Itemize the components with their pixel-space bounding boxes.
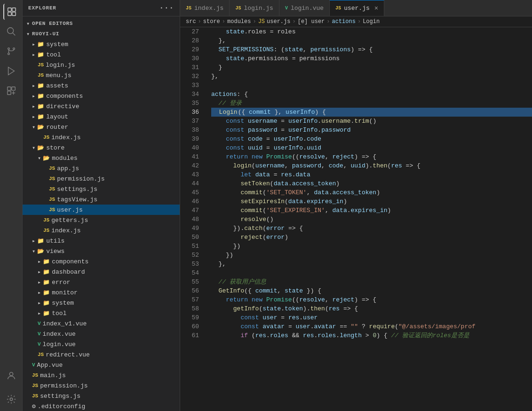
sidebar-item-getters-js[interactable]: JS getters.js (23, 215, 180, 225)
sidebar-item-index-v1-vue[interactable]: V index_v1.vue (23, 318, 180, 329)
code-line-58: getInfo(state.token).then(res => { (211, 304, 532, 313)
sidebar-item-main-js[interactable]: JS main.js (23, 370, 180, 380)
activity-bar (0, 0, 23, 411)
sidebar-item-tagsview-js[interactable]: JS tagsView.js (23, 194, 180, 205)
sidebar-item-login-vue[interactable]: V login.vue (23, 339, 180, 349)
breadcrumb-src[interactable]: src (186, 18, 196, 25)
tab-js-icon: JS (335, 6, 341, 11)
svg-rect-0 (8, 8, 11, 11)
breadcrumb-e-user[interactable]: [e] user (298, 18, 325, 25)
js-icon: JS (32, 393, 38, 399)
svg-rect-2 (8, 12, 11, 16)
code-line-41: return new Promise((resolve, reject) => … (211, 152, 532, 161)
svg-rect-12 (7, 91, 10, 95)
sidebar-item-system[interactable]: 📁 system (23, 39, 180, 49)
settings-icon[interactable] (3, 391, 19, 407)
sidebar-item-router[interactable]: 📂 router (23, 122, 180, 132)
sidebar-item-dashboard[interactable]: 📁 dashboard (23, 267, 180, 277)
sidebar-item-router-index[interactable]: JS index.js (23, 132, 180, 142)
search-icon[interactable] (3, 24, 19, 40)
js-icon: JS (32, 383, 38, 388)
tool-arrow (32, 51, 35, 58)
folder-open-icon: 📂 (43, 155, 50, 162)
folder-icon: 📁 (37, 41, 44, 48)
error-arrow (38, 279, 41, 286)
svg-rect-1 (12, 8, 15, 11)
code-line-27: state.roles = roles (211, 27, 532, 36)
code-line-61: if (res.roles && res.roles.length > 0) {… (211, 331, 532, 340)
sidebar-tree: OPEN EDITORS RUOYI-UI 📁 system 📁 tool (23, 16, 180, 411)
sidebar-item-views-tool[interactable]: 📁 tool (23, 308, 180, 318)
tab-bar: JS index.js JS login.js V login.vue JS u… (180, 0, 532, 16)
svg-point-4 (7, 28, 13, 34)
account-icon[interactable] (3, 368, 19, 384)
tab-user-js[interactable]: JS user.js × (330, 0, 384, 16)
sidebar-item-index-vue[interactable]: V index.vue (23, 329, 180, 339)
assets-arrow (32, 82, 35, 89)
code-line-44: setToken(data.access_token) (211, 179, 532, 188)
js-icon: JS (32, 372, 38, 378)
sidebar-item-permission-js[interactable]: JS permission.js (23, 174, 180, 184)
sidebar-item-error[interactable]: 📁 error (23, 277, 180, 287)
breadcrumb-actions[interactable]: actions (332, 18, 356, 25)
folder-icon: 📁 (37, 103, 44, 110)
sidebar-item-components[interactable]: 📁 components (23, 91, 180, 101)
sidebar-item-settings-js[interactable]: JS settings.js (23, 184, 180, 194)
breadcrumb-store[interactable]: store (203, 18, 220, 25)
sidebar-item-directive[interactable]: 📁 directive (23, 101, 180, 111)
sidebar-item-tool[interactable]: 📁 tool (23, 49, 180, 60)
tab-close-button[interactable]: × (374, 5, 378, 12)
sidebar-item-login-js[interactable]: JS login.js (23, 60, 180, 70)
svg-rect-3 (12, 12, 15, 16)
code-line-47: commit('SET_EXPIRES_IN', data.expires_in… (211, 206, 532, 215)
sidebar-item-views-components[interactable]: 📁 components (23, 256, 180, 267)
sidebar-item-modules[interactable]: 📂 modules (23, 153, 180, 163)
source-control-icon[interactable] (3, 43, 19, 59)
code-line-46: setExpiresIn(data.expires_in) (211, 197, 532, 206)
sidebar-item-root-settings-js[interactable]: JS settings.js (23, 391, 180, 401)
sidebar-item-app-js[interactable]: JS app.js (23, 163, 180, 174)
explorer-icon[interactable] (3, 4, 19, 20)
explorer-label: EXPLORER (28, 5, 56, 11)
run-debug-icon[interactable] (3, 63, 19, 79)
sidebar-item-layout[interactable]: 📁 layout (23, 111, 180, 122)
sidebar-item-root-permission-js[interactable]: JS permission.js (23, 380, 180, 391)
sidebar-item-redirect-vue[interactable]: JS redirect.vue (23, 349, 180, 360)
extensions-icon[interactable] (3, 83, 19, 99)
sidebar-menu-button[interactable]: ··· (159, 4, 174, 12)
sidebar-item-views[interactable]: 📂 views (23, 246, 180, 256)
sidebar-item-app-vue[interactable]: V App.vue (23, 360, 180, 370)
code-line-49: }).catch(error => { (211, 224, 532, 233)
tab-index-js[interactable]: JS index.js (180, 0, 230, 16)
breadcrumb-user-js[interactable]: user.js (267, 18, 290, 25)
code-line-55: // 获取用户信息 (211, 277, 532, 286)
breadcrumb-login-fn[interactable]: Login (363, 18, 380, 25)
sidebar-item-utils[interactable]: 📁 utils (23, 236, 180, 246)
sidebar-item-assets[interactable]: 📁 assets (23, 80, 180, 91)
code-content[interactable]: state.roles = roles }, SET_PERMISSIONS: … (204, 27, 532, 411)
code-line-53: }, (211, 260, 532, 269)
sidebar-item-menu-js[interactable]: JS menu.js (23, 70, 180, 80)
js-icon: JS (49, 186, 55, 192)
svg-point-8 (8, 53, 9, 55)
sidebar: EXPLORER ··· OPEN EDITORS RUOYI-UI 📁 sys… (23, 0, 180, 411)
utils-arrow (32, 237, 35, 245)
sidebar-item-user-js[interactable]: JS user.js (23, 205, 180, 215)
tab-js-icon: JS (186, 6, 191, 11)
folder-open-icon: 📂 (37, 144, 44, 151)
open-editors-section[interactable]: OPEN EDITORS (23, 18, 180, 29)
tab-login-js[interactable]: JS login.js (230, 0, 279, 16)
code-editor: 27 28 29 30 31 32 33 34 35 36 37 38 39 4… (180, 27, 532, 411)
project-arrow (26, 31, 30, 38)
sidebar-item-editorconfig[interactable]: ⚙ .editorconfig (23, 401, 180, 411)
breadcrumb-js-icon: JS (258, 18, 265, 25)
breadcrumb-modules[interactable]: modules (227, 18, 251, 25)
project-root[interactable]: RUOYI-UI (23, 29, 180, 39)
folder-icon: 📁 (37, 82, 44, 89)
sidebar-item-store[interactable]: 📂 store (23, 142, 180, 153)
sidebar-item-store-index[interactable]: JS index.js (23, 225, 180, 236)
tab-login-vue[interactable]: V login.vue (279, 0, 330, 16)
sidebar-item-monitor[interactable]: 📁 monitor (23, 287, 180, 298)
svg-marker-9 (8, 67, 14, 75)
sidebar-item-views-system[interactable]: 📁 system (23, 298, 180, 308)
